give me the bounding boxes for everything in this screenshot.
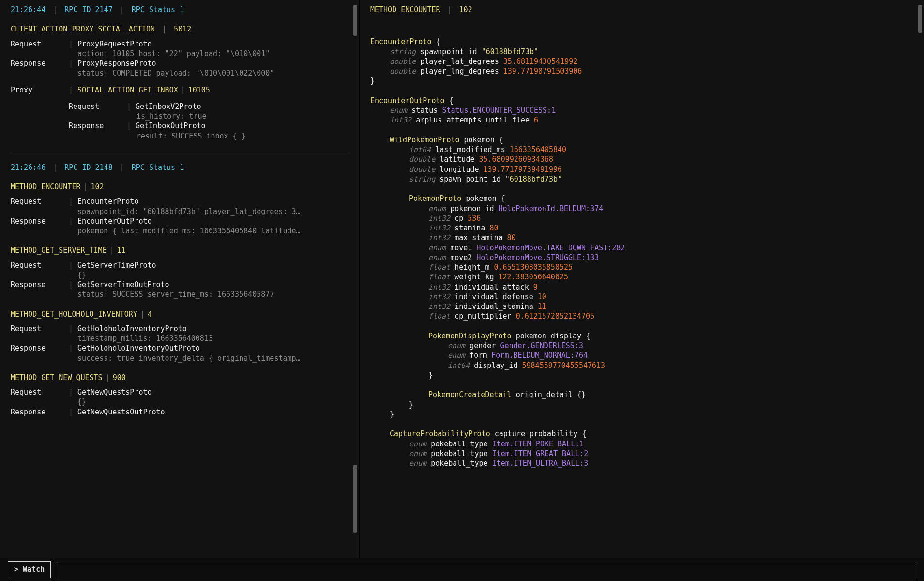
code-line: int32 arplus_attempts_until_flee 6 (370, 115, 914, 125)
request-type: GetNewQuestsProto (77, 387, 152, 397)
rpc-id-label: RPC ID (64, 5, 91, 14)
response-label: Response (11, 59, 69, 68)
method-name: METHOD_GET_NEW_QUESTS (11, 373, 103, 382)
scrollbar-thumb[interactable] (353, 5, 357, 36)
code-line: double latitude 35.68099260934368 (370, 154, 914, 164)
rpc-id: 2147 (95, 5, 113, 14)
rpc-status: 1 (180, 5, 184, 14)
code-line (370, 380, 914, 390)
code-line: CaptureProbabilityProto capture_probabil… (370, 429, 914, 439)
request-detail: action: 10105 host: "22" payload: "\010\… (11, 49, 349, 59)
request-label: Request (11, 387, 69, 397)
code-line: enum pokeball_type Item.ITEM_POKE_BALL:1 (370, 439, 914, 449)
detail-header: METHOD_ENCOUNTER | 102 (370, 5, 914, 15)
code-line: double player_lat_degrees 35.68119430541… (370, 57, 914, 66)
method-id: 5012 (174, 25, 191, 33)
method-block[interactable]: CLIENT_ACTION_PROXY_SOCIAL_ACTION | 5012… (11, 24, 349, 141)
response-detail: status: COMPLETED payload: "\010\001\022… (11, 68, 349, 78)
method-block[interactable]: METHOD_GET_SERVER_TIME|11Request|GetServ… (11, 245, 349, 299)
code-line: float height_m 0.6551308035850525 (370, 262, 914, 272)
code-line: PokemonDisplayProto pokemon_display { (370, 331, 914, 341)
code-line: int64 last_modified_ms 1663356405840 (370, 145, 914, 154)
proxy-label: Proxy (11, 85, 69, 95)
response-detail: pokemon { last_modified_ms: 166335640584… (11, 226, 349, 236)
code-line: float cp_multiplier 0.6121572852134705 (370, 311, 914, 321)
code-line: double player_lng_degrees 139.7719879150… (370, 66, 914, 76)
code-line: int64 display_id 5984559770455547613 (370, 361, 914, 370)
scrollbar-thumb[interactable] (918, 5, 922, 33)
response-label: Response (11, 216, 69, 226)
left-log-panel[interactable]: 21:26:44 | RPC ID 2147 | RPC Status 1 CL… (0, 0, 359, 558)
method-name: METHOD_GET_SERVER_TIME (11, 246, 107, 255)
proxy-request-detail: is_history: true (11, 111, 349, 121)
code-line (370, 419, 914, 429)
code-line: int32 cp 536 (370, 214, 914, 223)
watch-input[interactable] (57, 562, 916, 578)
response-detail: success: true inventory_delta { original… (11, 353, 349, 363)
code-line: double longitude 139.77179739491996 (370, 165, 914, 174)
code-line: PokemonProto pokemon { (370, 194, 914, 203)
method-name: METHOD_GET_HOLOHOLO_INVENTORY (11, 310, 137, 319)
proxy-request-type: GetInboxV2Proto (136, 102, 201, 111)
code-line: string spawnpoint_id "60188bfd73b" (370, 47, 914, 57)
code-line (370, 321, 914, 331)
request-label: Request (11, 197, 69, 206)
response-type: GetServerTimeOutProto (77, 280, 169, 290)
scrollbar-thumb[interactable] (353, 465, 357, 533)
response-type: GetNewQuestsOutProto (77, 407, 165, 417)
proxy-id: 10105 (188, 85, 210, 95)
detail-method: METHOD_ENCOUNTER (370, 5, 440, 14)
response-label: Response (11, 280, 69, 290)
log-entry-header[interactable]: 21:26:44 | RPC ID 2147 | RPC Status 1 (11, 5, 349, 15)
method-block[interactable]: METHOD_GET_HOLOHOLO_INVENTORY|4Request|G… (11, 309, 349, 363)
code-line: EncounterProto { (370, 37, 914, 46)
request-detail: {} (11, 270, 349, 280)
code-line: enum move1 HoloPokemonMove.TAKE_DOWN_FAS… (370, 243, 914, 253)
proxy-method: SOCIAL_ACTION_GET_INBOX (77, 85, 178, 95)
code-line: EncounterOutProto { (370, 96, 914, 106)
method-block[interactable]: METHOD_ENCOUNTER|102Request|EncounterPro… (11, 182, 349, 236)
watch-label[interactable]: > Watch (8, 561, 51, 578)
code-line: } (370, 400, 914, 410)
timestamp: 21:26:44 (11, 5, 45, 14)
request-type: ProxyRequestProto (77, 39, 152, 49)
code-line: } (370, 76, 914, 86)
code-line: enum gender Gender.GENDERLESS:3 (370, 341, 914, 351)
code-line: int32 individual_attack 9 (370, 282, 914, 292)
request-label: Request (11, 324, 69, 334)
proxy-request-label: Request (69, 102, 127, 111)
code-line: float weight_kg 122.383056640625 (370, 272, 914, 282)
code-line: enum move2 HoloPokemonMove.STRUGGLE:133 (370, 253, 914, 262)
request-type: GetHoloholoInventoryProto (77, 324, 187, 334)
log-entry-header[interactable]: 21:26:46 | RPC ID 2148 | RPC Status 1 (11, 163, 349, 172)
code-line (370, 86, 914, 96)
timestamp: 21:26:46 (11, 163, 45, 172)
request-label: Request (11, 260, 69, 270)
detail-method-id: 102 (459, 5, 472, 14)
code-line: } (370, 370, 914, 380)
divider (11, 152, 349, 152)
request-detail: spawnpoint_id: "60188bfd73b" player_lat_… (11, 207, 349, 216)
response-label: Response (11, 343, 69, 353)
method-name: METHOD_ENCOUNTER (11, 183, 81, 191)
method-id: 102 (91, 183, 104, 191)
method-block[interactable]: METHOD_GET_NEW_QUESTS|900Request|GetNewQ… (11, 373, 349, 417)
code-line: enum form Form.BELDUM_NORMAL:764 (370, 351, 914, 360)
response-type: GetHoloholoInventoryOutProto (77, 343, 200, 353)
proxy-response-detail: result: SUCCESS inbox { } (11, 131, 349, 141)
method-id: 900 (113, 373, 126, 382)
code-line: enum status Status.ENCOUNTER_SUCCESS:1 (370, 106, 914, 115)
proto-tree: EncounterProto {string spawnpoint_id "60… (370, 37, 914, 468)
request-type: GetServerTimeProto (77, 260, 156, 270)
code-line: enum pokemon_id HoloPokemonId.BELDUM:374 (370, 204, 914, 214)
request-detail: {} (11, 397, 349, 407)
response-type: ProxyResponseProto (77, 59, 156, 68)
request-detail: timestamp_millis: 1663356400813 (11, 334, 349, 343)
proxy-response-label: Response (69, 121, 127, 131)
code-line: int32 individual_defense 10 (370, 292, 914, 302)
right-detail-panel[interactable]: METHOD_ENCOUNTER | 102 EncounterProto {s… (359, 0, 924, 558)
code-line: int32 individual_stamina 11 (370, 302, 914, 311)
method-id: 11 (117, 246, 126, 255)
code-line: PokemonCreateDetail origin_detail {} (370, 390, 914, 399)
response-detail: status: SUCCESS server_time_ms: 16633564… (11, 290, 349, 299)
